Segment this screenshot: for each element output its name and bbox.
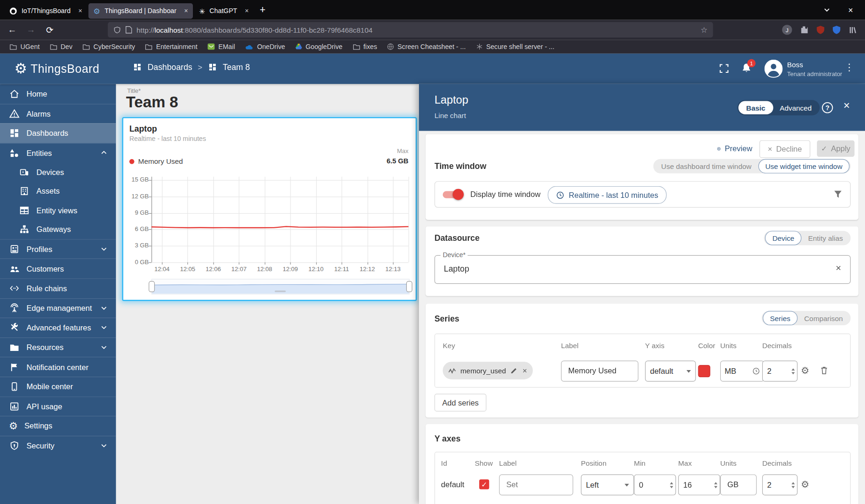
browser-tab-github[interactable]: IoT/ThingsBoard × — [4, 3, 87, 19]
forward-icon[interactable]: → — [23, 22, 39, 37]
ublock-shield-icon[interactable] — [816, 25, 825, 35]
close-icon[interactable]: × — [844, 99, 850, 112]
clear-device-icon[interactable]: × — [836, 263, 841, 274]
sidebar-item-alarms[interactable]: Alarms — [0, 104, 116, 123]
decline-button[interactable]: ×Decline — [759, 140, 810, 158]
filter-icon[interactable] — [834, 190, 843, 199]
sidebar-item-dashboards[interactable]: Dashboards — [0, 123, 116, 143]
sidebar-item-profiles[interactable]: Profiles — [0, 239, 116, 259]
sidebar-item-devices[interactable]: Devices — [0, 162, 116, 182]
breadcrumb-dashboards[interactable]: Dashboards — [148, 63, 192, 72]
new-tab-button[interactable]: + — [255, 2, 270, 18]
sidebar-item-notification-center[interactable]: Notification center — [0, 357, 116, 377]
yaxis-show-checkbox[interactable]: ✓ — [479, 479, 489, 489]
security-shield-icon[interactable] — [832, 25, 841, 35]
yaxis-max-stepper[interactable]: 16 — [678, 475, 720, 496]
series-color-swatch[interactable] — [698, 365, 710, 377]
device-input[interactable] — [443, 263, 828, 273]
bookmark-item[interactable]: EMail — [204, 42, 239, 51]
bookmark-item[interactable]: CyberSecurity — [78, 42, 139, 51]
sidebar-item-advanced-features[interactable]: Advanced features — [0, 318, 116, 337]
library-icon[interactable] — [848, 25, 857, 35]
sidebar-item-entities[interactable]: Entities — [0, 143, 116, 162]
datasource-alias-option[interactable]: Entity alias — [801, 231, 850, 245]
comparison-option[interactable]: Comparison — [798, 311, 850, 324]
bookmark-item[interactable]: Dev — [46, 42, 76, 51]
device-field[interactable]: Device* × — [434, 255, 851, 284]
datasource-device-option[interactable]: Device — [765, 231, 801, 245]
widget-card[interactable]: Laptop Realtime - last 10 minutes Memory… — [122, 117, 417, 301]
kebab-menu-icon[interactable]: ⋮ — [844, 62, 854, 74]
yaxis-units-input[interactable] — [726, 479, 754, 489]
bookmark-item[interactable]: Secure shell server - ... — [472, 42, 558, 51]
extensions-puzzle-icon[interactable] — [799, 25, 809, 35]
sidebar-item-settings[interactable]: ⚙Settings — [0, 416, 116, 435]
list-tabs-chevron-icon[interactable] — [819, 2, 835, 18]
timewindow-button[interactable]: Realtime - last 10 minutes — [548, 186, 666, 204]
add-series-button[interactable]: Add series — [434, 394, 486, 412]
sidebar-item-rule-chains[interactable]: Rule chains — [0, 278, 116, 298]
bookmark-star-icon[interactable]: ☆ — [701, 25, 708, 34]
yaxis-settings-gear-icon[interactable]: ⚙ — [801, 479, 809, 490]
tab-close-icon[interactable]: × — [184, 7, 188, 15]
help-icon[interactable]: ? — [822, 102, 834, 114]
datazoom-center-handle[interactable] — [275, 290, 286, 292]
notifications-bell-icon[interactable]: 1 — [741, 63, 752, 74]
account-extension-icon[interactable]: J — [781, 24, 793, 35]
browser-tab-chatgpt[interactable]: ✳ ChatGPT × — [194, 3, 254, 19]
sidebar-item-security[interactable]: Security — [0, 435, 116, 455]
bookmark-item[interactable]: UGent — [6, 42, 43, 51]
yaxis-label-input[interactable] — [505, 479, 571, 489]
browser-tab-thingsboard[interactable]: ⚙ ThingsBoard | Dashboar × — [88, 3, 193, 19]
yaxis-min-stepper[interactable]: 0 — [634, 475, 676, 496]
mode-basic-tab[interactable]: Basic — [738, 101, 773, 114]
series-option[interactable]: Series — [763, 311, 797, 325]
sidebar-item-edge-management[interactable]: Edge management — [0, 298, 116, 317]
dashboard-title[interactable]: Team 8 — [126, 93, 178, 111]
preview-button[interactable]: Preview — [717, 140, 752, 157]
series-units-field[interactable]: MB — [720, 361, 765, 382]
bookmark-item[interactable]: Entertainment — [141, 42, 201, 51]
series-decimals-stepper[interactable]: 2 — [762, 361, 798, 382]
yaxis-decimals-stepper[interactable]: 2 — [762, 475, 798, 496]
fullscreen-icon[interactable] — [718, 63, 730, 74]
yaxis-units-field[interactable] — [720, 475, 757, 496]
bookmark-item[interactable]: OneDrive — [241, 42, 289, 51]
tab-close-icon[interactable]: × — [245, 7, 248, 15]
edit-pencil-icon[interactable] — [510, 367, 518, 375]
sidebar-item-home[interactable]: Home — [0, 84, 116, 104]
sidebar-item-entity-views[interactable]: Entity views — [0, 201, 116, 220]
series-label-input[interactable] — [567, 365, 636, 375]
avatar[interactable] — [765, 60, 783, 78]
datazoom-left-handle[interactable] — [149, 281, 155, 292]
use-dashboard-time-option[interactable]: Use dashboard time window — [654, 160, 758, 173]
window-close-icon[interactable]: × — [843, 2, 858, 18]
bookmark-item[interactable]: Screen Cheatsheet - ... — [383, 42, 469, 51]
sidebar-item-api-usage[interactable]: API usage — [0, 396, 116, 416]
bookmark-item[interactable]: GoogleDrive — [291, 42, 346, 51]
delete-trash-icon[interactable] — [820, 365, 829, 375]
series-key-chip[interactable]: memory_used × — [443, 362, 532, 379]
use-widget-time-option[interactable]: Use widget time window — [758, 159, 850, 174]
yaxis-label-field[interactable] — [499, 475, 574, 496]
sidebar-item-mobile-center[interactable]: Mobile center — [0, 377, 116, 396]
convert-units-icon[interactable] — [752, 367, 760, 375]
series-settings-gear-icon[interactable]: ⚙ — [801, 365, 809, 377]
back-icon[interactable]: ← — [4, 22, 20, 37]
mode-advanced-tab[interactable]: Advanced — [773, 104, 818, 112]
series-yaxis-select[interactable]: default — [645, 361, 696, 382]
reload-icon[interactable]: ⟳ — [42, 22, 57, 37]
url-bar[interactable]: http://localhost:8080/dashboards/5d330f8… — [108, 22, 713, 37]
page-icon[interactable] — [126, 26, 132, 34]
tracking-shield-icon[interactable] — [113, 26, 121, 34]
tab-close-icon[interactable]: × — [78, 7, 82, 15]
datazoom-right-handle[interactable] — [406, 281, 412, 292]
sidebar-item-gateways[interactable]: Gateways — [0, 220, 116, 239]
display-time-window-toggle[interactable] — [443, 189, 463, 200]
yaxis-position-select[interactable]: Left — [581, 475, 634, 496]
series-label-field[interactable] — [561, 361, 638, 382]
sidebar-item-resources[interactable]: Resources — [0, 337, 116, 357]
sidebar-item-assets[interactable]: Assets — [0, 182, 116, 201]
remove-key-icon[interactable]: × — [523, 366, 527, 375]
sidebar-item-customers[interactable]: Customers — [0, 259, 116, 278]
